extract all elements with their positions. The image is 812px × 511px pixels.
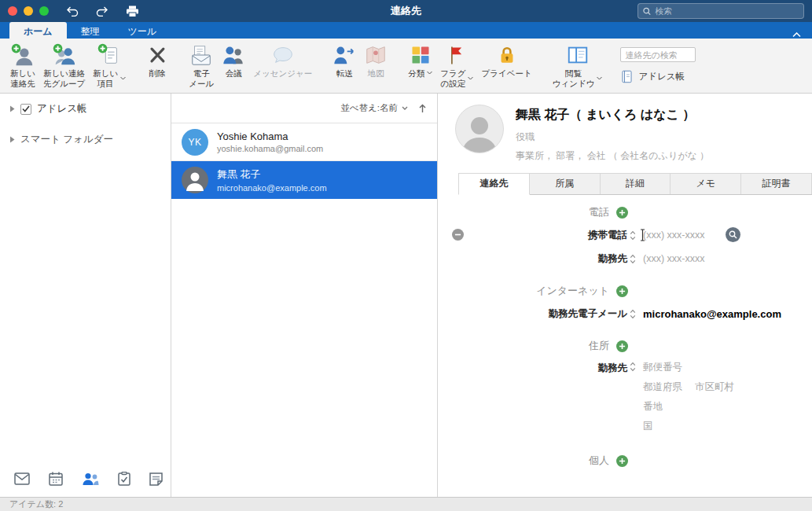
chevron-down-icon [427,71,432,75]
up-down-chevrons-icon [630,309,636,319]
titlebar: 連絡先 [0,0,812,22]
prefecture-input[interactable]: 都道府県 [643,380,682,394]
add-phone-button[interactable] [616,207,628,219]
up-down-chevrons-icon [630,254,636,264]
forward-button[interactable]: 転送 [329,42,360,79]
disclosure-triangle-icon[interactable] [9,136,15,143]
sort-button[interactable]: 並べ替え:名前 [340,102,408,114]
minimize-button[interactable] [24,6,33,16]
sidebar-item-smart-folders[interactable]: スマート フォルダー [0,124,171,155]
nav-notes-button[interactable] [149,472,163,486]
contact-name-field[interactable]: 舞黒 花子（ まいくろ はなこ ） [516,105,709,123]
address-book-icon [620,70,634,83]
titlebar-search-input[interactable] [655,6,799,16]
tab-memo[interactable]: メモ [671,173,741,194]
tab-tools[interactable]: ツール [114,22,171,39]
contact-detail: 舞黒 花子（ まいくろ はなこ ） 役職 事業所， 部署， 会社 （ 会社名のふ… [438,94,812,497]
city-input[interactable]: 市区町村 [695,380,734,394]
sidebar-item-address-book[interactable]: アドレス帳 [0,94,171,124]
up-down-chevrons-icon [630,362,636,372]
nav-people-button[interactable] [82,472,99,486]
new-item-icon [97,42,121,68]
new-contact-button[interactable]: 新しい 連絡先 [6,42,39,89]
person-icon [182,167,208,193]
sort-direction-button[interactable] [419,104,426,113]
chevron-down-icon [468,76,473,80]
field-type-selector[interactable] [630,362,636,372]
contact-email: yoshie.kohama@gmail.com [217,144,323,153]
search-icon [643,7,651,16]
new-contact-icon [11,42,35,68]
section-internet-header: インターネット [438,284,609,298]
plus-icon [619,458,626,465]
sidebar-item-label: アドレス帳 [37,102,87,116]
nav-tasks-button[interactable] [118,472,130,486]
tab-details[interactable]: 詳細 [601,173,671,194]
company-field[interactable]: 事業所， 部署， 会社 （ 会社名のふりがな ） [516,149,709,163]
nav-calendar-button[interactable] [49,472,63,486]
work-email-field[interactable]: microhanako@example.com [643,308,781,320]
tab-certificates[interactable]: 証明書 [741,173,812,194]
reading-pane-button[interactable]: 閲覧 ウィンドウ [549,42,607,89]
detail-tabs: 連絡先 所属 詳細 メモ 証明書 [458,173,812,195]
tab-organization[interactable]: 所属 [530,173,601,194]
job-title-field[interactable]: 役職 [516,131,709,144]
email-button[interactable]: 電子 メール [185,42,218,89]
section-phone-header: 電話 [438,205,609,219]
flag-button[interactable]: フラグ の設定 [436,42,477,89]
field-type-selector[interactable] [630,230,636,241]
titlebar-search[interactable] [637,3,804,19]
list-item[interactable]: 舞黒 花子 microhanako@example.com [171,161,437,199]
work-phone-input[interactable]: (xxx) xxx-xxxx [643,253,704,264]
undo-button[interactable] [66,6,79,17]
add-address-button[interactable] [616,340,628,352]
new-item-button[interactable]: 新しい 項目 [89,42,130,89]
list-item[interactable]: YK Yoshie Kohama yoshie.kohama@gmail.com [171,123,437,161]
print-button[interactable] [126,6,139,17]
remove-row-button[interactable] [452,229,464,241]
tab-organize[interactable]: 整理 [67,22,114,39]
printer-icon [126,6,139,17]
nav-mail-button[interactable] [14,472,30,485]
zoom-button[interactable] [39,6,49,16]
categorize-button[interactable]: 分類 [404,42,436,79]
tab-contact[interactable]: 連絡先 [458,173,530,195]
close-button[interactable] [8,6,17,16]
up-down-chevrons-icon [630,230,636,241]
contact-photo[interactable] [455,105,504,153]
disclosure-triangle-icon[interactable] [9,105,15,112]
address-book-button[interactable]: アドレス帳 [620,70,696,83]
add-personal-button[interactable] [616,455,628,467]
delete-icon [146,42,168,68]
address-book-checkbox[interactable] [20,104,31,115]
field-label: 勤務先 [598,362,628,375]
private-button[interactable]: プライベート [477,42,535,79]
tab-home[interactable]: ホーム [9,22,67,39]
meeting-icon [222,42,245,68]
mobile-phone-input[interactable]: (xxx) xxx-xxxx [643,230,704,241]
calendar-icon [49,472,63,486]
new-contact-group-button[interactable]: 新しい連絡 先グループ [39,42,89,89]
street-input[interactable]: 番地 [643,400,734,414]
chevron-up-icon [792,32,801,38]
lock-icon [496,42,518,68]
phone-lookup-button[interactable] [726,227,740,242]
country-input[interactable]: 国 [643,420,734,433]
field-label: 勤務先 [598,252,628,266]
sidebar: アドレス帳 スマート フォルダー [0,94,171,497]
delete-button[interactable]: 削除 [142,42,172,79]
messenger-icon [271,42,295,68]
field-type-selector[interactable] [630,309,636,319]
avatar: YK [182,129,208,156]
contact-search-input[interactable] [620,47,696,62]
people-icon [82,472,99,486]
ribbon-collapse-button[interactable] [792,27,801,41]
meeting-button[interactable]: 会議 [218,42,249,79]
list-header: 並べ替え:名前 [171,94,437,123]
traffic-lights [8,6,49,16]
mail-icon [14,472,30,485]
field-type-selector[interactable] [630,254,636,264]
add-internet-button[interactable] [616,285,628,297]
postal-code-input[interactable]: 郵便番号 [643,361,734,374]
redo-button[interactable] [96,6,108,17]
